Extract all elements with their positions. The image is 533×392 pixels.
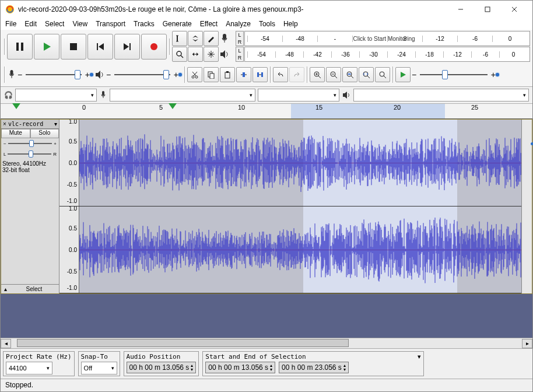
toolbar-grip[interactable] (3, 36, 6, 57)
svg-marker-61 (343, 92, 347, 99)
toolbar-grip[interactable] (391, 64, 394, 85)
multi-tool-button[interactable] (204, 47, 219, 62)
svg-point-58 (380, 72, 384, 76)
zoom-out-button[interactable] (326, 67, 341, 82)
menu-effect[interactable]: Effect (200, 20, 218, 28)
menu-view[interactable]: View (72, 20, 87, 28)
toolbar-grip[interactable] (168, 36, 171, 57)
svg-rect-9 (97, 43, 98, 50)
audio-host-combo[interactable]: ▾ (15, 89, 97, 102)
audio-position-field[interactable]: 00 h 00 m 13.056 s▴▾ (127, 362, 197, 373)
waveform-area[interactable]: 1.00.50.0-0.5-1.0 1.00.50.0-0.5-1.0 (59, 120, 521, 293)
silence-button[interactable] (253, 67, 268, 82)
track-gain-slider[interactable]: −+ (1, 138, 59, 149)
solo-button[interactable]: Solo (30, 129, 59, 138)
track-select-button[interactable]: Select (9, 286, 59, 292)
empty-track-space[interactable] (1, 294, 532, 338)
svg-rect-2 (485, 7, 490, 12)
svg-line-32 (194, 72, 197, 76)
svg-rect-12 (129, 43, 131, 50)
play-button[interactable] (34, 34, 59, 60)
playback-meter[interactable]: -54-48-42-36-30-24-18-12-60 (244, 47, 530, 62)
track-area: × vlc-record ▾ Mute Solo −+ LR Stereo, 4… (1, 119, 532, 294)
playback-device-combo[interactable]: ▾ (353, 89, 529, 102)
trim-button[interactable] (236, 67, 251, 82)
menu-edit[interactable]: Edit (24, 20, 37, 28)
minimize-button[interactable] (447, 1, 474, 18)
stop-button[interactable] (61, 34, 86, 60)
recording-device-combo[interactable]: ▾ (110, 89, 255, 102)
toolbar-grip[interactable] (306, 64, 308, 85)
status-bar: Stopped. (1, 379, 532, 391)
mute-button[interactable]: Mute (1, 129, 30, 138)
zoom-toggle-button[interactable] (375, 67, 390, 82)
selection-mode-button[interactable]: ▾ (418, 353, 421, 360)
play-at-speed-button[interactable] (395, 67, 411, 82)
cut-button[interactable] (187, 67, 202, 82)
scroll-right-button[interactable]: ▸ (522, 339, 532, 348)
vertical-scrollbar[interactable] (521, 120, 532, 293)
menu-transport[interactable]: Transport (96, 20, 125, 28)
zoom-in-button[interactable] (310, 67, 325, 82)
record-button[interactable] (141, 34, 167, 60)
track-close-button[interactable]: × (1, 121, 8, 127)
track-pan-slider[interactable]: LR (1, 149, 59, 159)
selection-end-field[interactable]: 00 h 00 m 23.056 s▴▾ (279, 362, 349, 373)
titlebar: vlc-record-2020-09-03-09h53m20s-Le rouge… (1, 1, 532, 18)
undo-button[interactable] (273, 67, 288, 82)
horizontal-scrollbar[interactable]: ◂ ▸ (1, 338, 532, 348)
snap-to-combo[interactable]: Off▾ (81, 362, 117, 374)
redo-button[interactable] (289, 67, 304, 82)
menu-analyze[interactable]: Analyze (226, 20, 251, 28)
waveform-channel-left[interactable]: 1.00.50.0-0.5-1.0 (59, 120, 521, 206)
device-bar: 🎧 ▾ ▾ ▾ ▾ (1, 87, 532, 104)
svg-line-59 (384, 76, 386, 78)
snap-to-label: Snap-To (81, 353, 117, 360)
skip-end-button[interactable] (114, 34, 140, 60)
envelope-tool-button[interactable] (188, 31, 203, 46)
play-meter-lr-label: LR (236, 47, 244, 62)
menu-generate[interactable]: Generate (163, 20, 192, 28)
draw-tool-button[interactable] (204, 31, 219, 46)
track-collapse-button[interactable]: ▴ (1, 286, 9, 292)
pause-button[interactable] (7, 34, 33, 60)
zoom-tool-button[interactable] (172, 47, 187, 62)
waveform-channel-right[interactable]: 1.00.50.0-0.5-1.0 (59, 206, 521, 293)
track-name[interactable]: vlc-record (8, 121, 52, 127)
audio-host-icon: 🎧 (4, 91, 13, 99)
paste-button[interactable] (220, 67, 235, 82)
close-button[interactable] (501, 1, 528, 18)
svg-rect-35 (210, 74, 214, 79)
fit-project-button[interactable] (359, 67, 374, 82)
playback-speed-slider[interactable]: −+ (412, 69, 499, 80)
mic-icon (99, 90, 107, 100)
playback-volume-slider[interactable]: −+ (106, 69, 182, 80)
selection-tool-button[interactable] (172, 31, 187, 46)
copy-button[interactable] (204, 67, 219, 82)
project-rate-combo[interactable]: 44100▾ (6, 362, 52, 374)
scroll-left-button[interactable]: ◂ (1, 339, 11, 348)
selection-start-field[interactable]: 00 h 00 m 13.056 s▴▾ (205, 362, 275, 373)
menu-help[interactable]: Help (283, 20, 298, 28)
menu-tools[interactable]: Tools (259, 20, 275, 28)
track-menu-button[interactable]: ▾ (52, 121, 59, 127)
recording-channels-combo[interactable]: ▾ (258, 89, 339, 102)
menu-file[interactable]: File (5, 20, 16, 28)
mic-icon (7, 68, 16, 81)
toolbar-grip[interactable] (183, 64, 186, 85)
toolbar-grip[interactable] (3, 64, 6, 85)
menu-select[interactable]: Select (45, 20, 64, 28)
timeshift-tool-button[interactable] (188, 47, 203, 62)
timeline-ruler[interactable]: 0510152025 (1, 104, 532, 119)
skip-start-button[interactable] (87, 34, 113, 60)
track-format-label: Stereo, 44100Hz32-bit float (1, 159, 59, 174)
toolbar-grip[interactable] (269, 64, 272, 85)
fit-selection-button[interactable] (342, 67, 357, 82)
menu-tracks[interactable]: Tracks (134, 20, 155, 28)
svg-marker-11 (124, 43, 129, 50)
recording-meter[interactable]: Click to Start Monitoring-54-48-8-12-60 (244, 31, 530, 46)
svg-rect-53 (348, 74, 351, 75)
maximize-button[interactable] (474, 1, 501, 18)
recording-volume-slider[interactable]: −+ (17, 69, 93, 80)
ruler-tick: 5 (159, 104, 163, 111)
